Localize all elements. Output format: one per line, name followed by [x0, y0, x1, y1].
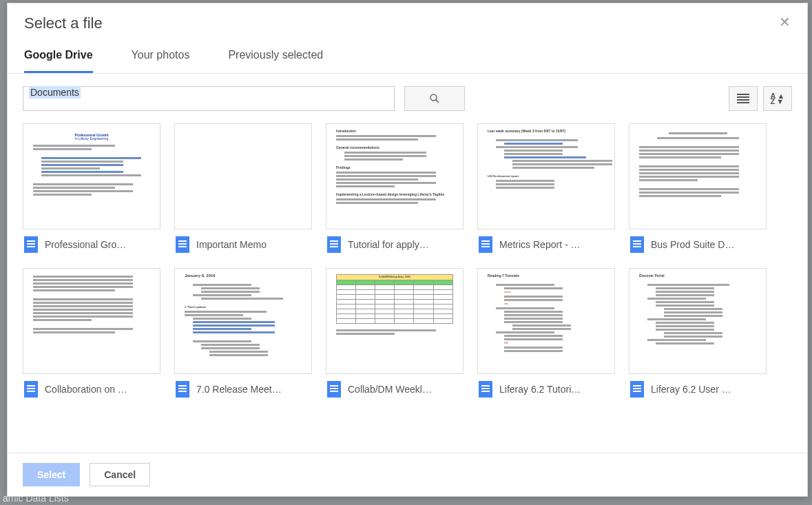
file-thumbnail	[174, 123, 312, 229]
list-view-icon	[737, 94, 749, 103]
gdoc-icon	[479, 236, 492, 253]
gdoc-icon	[176, 381, 189, 398]
search-value: Documents	[29, 86, 81, 99]
file-thumbnail: Reading 7 Tutorials remove new DXP	[477, 268, 615, 374]
file-name: Bus Prod Suite D…	[651, 239, 734, 250]
file-grid: Professional Growthin Liferay Engineerin…	[23, 123, 792, 399]
file-name: Important Memo	[196, 239, 267, 250]
file-thumbnail: Professional Growthin Liferay Engineerin…	[23, 123, 160, 229]
gdoc-icon	[24, 236, 38, 253]
file-thumbnail: January 8, 2016 1. Flash updates	[174, 268, 312, 374]
file-item[interactable]: January 8, 2016 1. Flash updates	[174, 268, 312, 399]
file-thumbnail	[23, 268, 160, 374]
tab-bar: Google Drive Your photos Previously sele…	[24, 49, 791, 73]
page-backdrop: amic Data Lists Select a file ✕ Google D…	[0, 0, 812, 505]
file-name: Metrics Report - …	[499, 239, 580, 250]
magnifier-icon	[428, 92, 441, 105]
file-name: 7.0 Release Meet…	[196, 384, 282, 395]
gdoc-icon	[630, 381, 644, 398]
tab-previously-selected[interactable]: Previously selected	[228, 49, 323, 73]
file-thumbnail: Introduction General recommendations Fin…	[326, 123, 464, 229]
file-thumbnail: Last week summary (Week 3 from 8/07 to 1…	[477, 123, 615, 229]
file-item[interactable]: Important Memo	[174, 123, 312, 254]
file-item[interactable]: Introduction General recommendations Fin…	[326, 123, 464, 254]
svg-point-0	[430, 94, 437, 101]
dialog-header: Select a file ✕ Google Drive Your photos…	[8, 3, 807, 74]
file-item[interactable]: Discover Portal Liferay	[629, 268, 767, 399]
gdoc-icon	[176, 236, 189, 253]
search-input[interactable]: Documents	[23, 86, 395, 111]
file-name: Collaboration on …	[45, 384, 127, 395]
toolbar: Documents A▲ Z▼	[8, 74, 807, 123]
gdoc-icon	[630, 236, 644, 253]
file-item[interactable]: Collaboration on …	[23, 268, 160, 399]
file-name: Collab/DM Weekl…	[348, 384, 432, 395]
file-item[interactable]: Bus Prod Suite D…	[629, 123, 767, 254]
file-name: Liferay 6.2 Tutori…	[499, 384, 581, 395]
file-thumbnail	[629, 123, 767, 229]
gdoc-icon	[24, 381, 38, 398]
svg-line-1	[436, 100, 439, 103]
file-name: Tutorial for apply…	[348, 239, 429, 250]
file-item[interactable]: Last week summary (Week 3 from 8/07 to 1…	[477, 123, 615, 254]
close-icon[interactable]: ✕	[778, 17, 791, 30]
search-button[interactable]	[404, 86, 465, 111]
list-view-button[interactable]	[729, 86, 758, 111]
gdoc-icon	[479, 381, 492, 398]
file-item[interactable]: Reading 7 Tutorials remove new DXP	[477, 268, 615, 399]
cancel-button[interactable]: Cancel	[90, 463, 150, 486]
dialog-footer: Select Cancel	[8, 453, 807, 496]
dialog-title: Select a file	[24, 14, 778, 32]
gdoc-icon	[327, 381, 341, 398]
select-button[interactable]: Select	[23, 463, 80, 486]
sort-az-icon: A▲ Z▼	[771, 93, 785, 104]
file-thumbnail: Discover Portal	[629, 268, 767, 374]
tab-google-drive[interactable]: Google Drive	[24, 49, 93, 73]
file-item[interactable]: Professional Growthin Liferay Engineerin…	[23, 123, 160, 254]
gdoc-icon	[327, 236, 341, 253]
file-thumbnail: Collab/DM Meeting Notes, 1/5/16	[326, 268, 464, 374]
file-name: Professional Gro…	[45, 239, 126, 250]
tab-your-photos[interactable]: Your photos	[132, 49, 190, 73]
file-item[interactable]: Collab/DM Meeting Notes, 1/5/16	[326, 268, 464, 399]
file-picker-dialog: Select a file ✕ Google Drive Your photos…	[7, 3, 808, 497]
file-grid-scroll[interactable]: Professional Growthin Liferay Engineerin…	[8, 123, 807, 453]
file-name: Liferay 6.2 User …	[651, 384, 731, 395]
sort-button[interactable]: A▲ Z▼	[763, 86, 792, 111]
